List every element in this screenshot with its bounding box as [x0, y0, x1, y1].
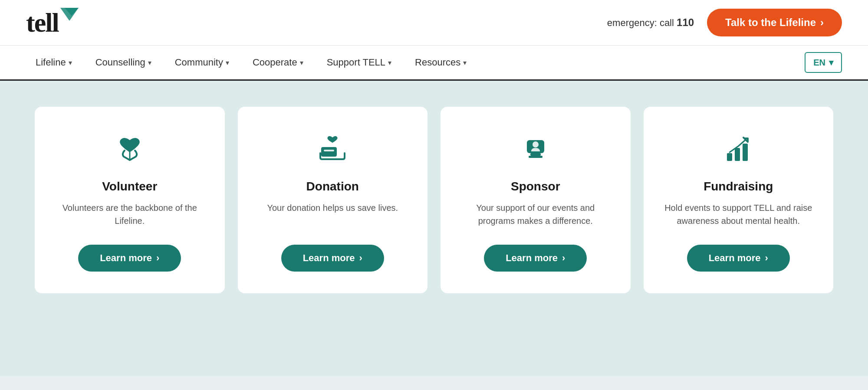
- sponsor-title: Sponsor: [511, 180, 560, 193]
- chevron-down-icon: ▾: [300, 59, 303, 67]
- chevron-right-icon: ›: [562, 252, 565, 264]
- nav-bar: Lifeline ▾ Counselling ▾ Community ▾ Coo…: [0, 46, 868, 81]
- sponsor-learn-more-button[interactable]: Learn more ›: [484, 245, 587, 272]
- chevron-right-icon: ›: [156, 252, 159, 264]
- chevron-right-icon: ›: [359, 252, 362, 264]
- volunteer-icon: [110, 128, 149, 167]
- nav-items: Lifeline ▾ Counselling ▾ Community ▾ Coo…: [26, 52, 476, 73]
- volunteer-title: Volunteer: [102, 180, 157, 193]
- nav-item-community[interactable]: Community ▾: [165, 52, 239, 73]
- chevron-down-icon: ▾: [388, 59, 391, 67]
- donation-learn-more-button[interactable]: Learn more ›: [281, 245, 384, 272]
- header-right: emergency: call 110 Talk to the Lifeline…: [607, 9, 842, 36]
- logo-text: tell: [26, 9, 59, 36]
- svg-rect-10: [743, 144, 748, 161]
- logo-icon: [60, 8, 79, 24]
- nav-label-counselling: Counselling: [95, 57, 145, 68]
- talk-lifeline-button[interactable]: Talk to the Lifeline ›: [707, 9, 842, 36]
- logo-container: tell: [26, 8, 79, 37]
- fundraising-learn-more-button[interactable]: Learn more ›: [687, 245, 790, 272]
- chevron-down-icon: ▾: [463, 59, 467, 67]
- sponsor-description: Your support of our events and programs …: [458, 201, 613, 227]
- svg-rect-7: [529, 156, 542, 158]
- nav-item-cooperate[interactable]: Cooperate ▾: [243, 52, 313, 73]
- svg-rect-2: [321, 147, 337, 157]
- sponsor-icon: [516, 128, 555, 167]
- volunteer-learn-more-button[interactable]: Learn more ›: [78, 245, 181, 272]
- fundraising-card: Fundraising Hold events to support TELL …: [644, 107, 834, 293]
- language-selector[interactable]: EN ▾: [805, 52, 842, 73]
- nav-label-support-tell: Support TELL: [327, 57, 385, 68]
- fundraising-icon: [719, 128, 758, 167]
- chevron-right-icon: ›: [820, 16, 824, 29]
- nav-item-support-tell[interactable]: Support TELL ▾: [317, 52, 401, 73]
- volunteer-card: Volunteer Volunteers are the backbone of…: [35, 107, 225, 293]
- volunteer-description: Volunteers are the backbone of the Lifel…: [52, 201, 207, 227]
- nav-item-lifeline[interactable]: Lifeline ▾: [26, 52, 82, 73]
- svg-point-5: [533, 141, 539, 147]
- nav-label-cooperate: Cooperate: [253, 57, 297, 68]
- nav-label-community: Community: [175, 57, 223, 68]
- svg-rect-6: [530, 153, 541, 156]
- chevron-down-icon: ▾: [829, 57, 833, 68]
- chevron-down-icon: ▾: [226, 59, 229, 67]
- main-content: Volunteer Volunteers are the backbone of…: [0, 81, 868, 376]
- svg-rect-8: [727, 153, 732, 161]
- emergency-text: emergency: call 110: [607, 16, 694, 29]
- nav-item-counselling[interactable]: Counselling ▾: [86, 52, 161, 73]
- lang-label: EN: [813, 58, 825, 68]
- chevron-right-icon: ›: [765, 252, 768, 264]
- fundraising-description: Hold events to support TELL and raise aw…: [661, 201, 816, 227]
- svg-rect-3: [324, 150, 334, 151]
- cards-grid: Volunteer Volunteers are the backbone of…: [35, 107, 833, 293]
- nav-item-resources[interactable]: Resources ▾: [405, 52, 476, 73]
- chevron-down-icon: ▾: [69, 59, 72, 67]
- donation-icon: [313, 128, 352, 167]
- sponsor-card: Sponsor Your support of our events and p…: [441, 107, 631, 293]
- chevron-down-icon: ▾: [148, 59, 151, 67]
- nav-label-resources: Resources: [415, 57, 460, 68]
- fundraising-title: Fundraising: [704, 180, 773, 193]
- svg-rect-9: [735, 148, 740, 161]
- header-top: tell emergency: call 110 Talk to the Lif…: [0, 0, 868, 46]
- donation-title: Donation: [306, 180, 359, 193]
- donation-card: Donation Your donation helps us save liv…: [238, 107, 428, 293]
- nav-label-lifeline: Lifeline: [36, 57, 66, 68]
- donation-description: Your donation helps us save lives.: [267, 201, 398, 227]
